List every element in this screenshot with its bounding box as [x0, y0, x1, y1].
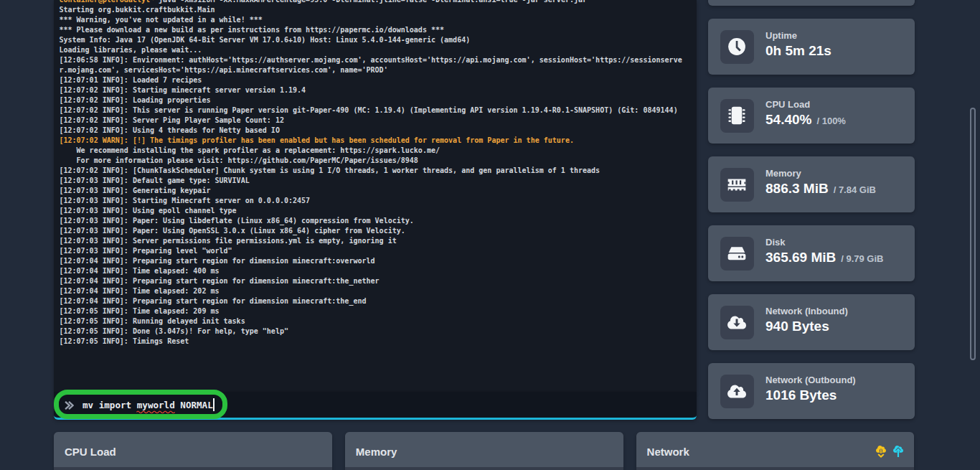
console-line: container@pterodactyl~ java -Xms128M -XX… [59, 0, 682, 5]
stat-value-line: 0h 5m 21s [765, 42, 831, 61]
stat-label: Memory [765, 167, 876, 179]
console-line: [12:07:02 INFO]: Loading properties [59, 95, 682, 105]
stat-label: Uptime [765, 29, 831, 42]
console-line: [12:07:03 INFO]: Starting Minecraft serv… [59, 196, 682, 206]
console-line: [12:07:03 INFO]: Paper: Using OpenSSL 3.… [59, 226, 682, 236]
console-text-segment: [12:07:04 INFO]: Preparing start region … [59, 297, 366, 305]
charts-row: CPU LoadMemoryNetwork [54, 432, 914, 470]
cloud-download-icon [727, 315, 746, 330]
console-line: *** Warning, you've not updated in a whi… [59, 15, 682, 25]
stat-value-line: 1016 Bytes [765, 386, 856, 405]
console-line: [12:07:02 INFO]: Starting minecraft serv… [59, 85, 682, 95]
console-line: [12:07:03 INFO]: Paper: Using libdeflate… [59, 216, 682, 226]
stat-icon-box [720, 30, 754, 64]
console-line: [12:07:01 INFO]: Loaded 7 recipes [59, 75, 682, 85]
console-text-segment: [12:07:02 INFO]: Starting minecraft serv… [59, 86, 306, 94]
chart-card-header: Network [636, 432, 915, 467]
server-console-page: { "console": { "lines": [ {"parts":[{"t"… [0, 0, 980, 470]
console-line: Loading libraries, please wait... [59, 45, 682, 55]
console-line: [12:07:05 INFO]: Timings Reset [59, 337, 682, 347]
console-text-segment: [12:07:03 INFO]: Using epoll channel typ… [59, 207, 236, 215]
console-text-segment: [12:07:02 INFO]: Server Ping Player Samp… [59, 116, 284, 124]
console-text-segment: [12:07:04 INFO]: Time elapsed: 400 ms [59, 267, 219, 275]
stats-sidebar: Uptime0h 5m 21sCPU Load54.40%/ 100%Memor… [708, 0, 915, 432]
memory-icon [727, 179, 746, 191]
console-text-segment: [12:06:58 INFO]: Environment: authHost='… [59, 56, 682, 64]
stat-value: 54.40% [765, 112, 811, 127]
chart-header-icons [876, 446, 903, 458]
console-text-segment: [12:07:03 INFO]: Starting Minecraft serv… [59, 197, 310, 205]
chart-card-header: Memory [345, 432, 623, 467]
console-line: [12:07:03 INFO]: Server permissions file… [59, 236, 682, 246]
stat-text: Network (Outbound)1016 Bytes [765, 374, 856, 405]
stat-secondary: / 9.79 GiB [841, 253, 883, 264]
console-text-segment: [12:07:03 INFO]: Default game type: SURV… [59, 177, 249, 184]
console-text-segment: [12:07:01 INFO]: Loaded 7 recipes [59, 76, 202, 84]
stat-value: 365.69 MiB [765, 250, 836, 265]
stat-label: Network (Outbound) [765, 374, 856, 386]
console-line: [12:07:02 WARN]: [!] The timings profile… [59, 136, 682, 146]
stat-icon-box [720, 168, 754, 202]
console-line: r.mojang.com', servicesHost='https://api… [59, 65, 682, 75]
stat-card-partial [708, 0, 915, 6]
microchip-icon [727, 106, 746, 125]
stat-value-line: 54.40%/ 100% [765, 111, 846, 131]
stat-secondary: / 7.84 GiB [834, 184, 876, 195]
chart-card-memory: Memory [345, 432, 623, 470]
console-text-segment: container@pterodactyl~ [59, 0, 159, 4]
stat-value: 886.3 MiB [765, 181, 829, 196]
stat-card-cpu-load: CPU Load54.40%/ 100% [708, 88, 915, 144]
stat-value-line: 886.3 MiB/ 7.84 GiB [765, 179, 876, 199]
stat-card-memory: Memory886.3 MiB/ 7.84 GiB [708, 156, 915, 212]
console-log: container@pterodactyl~ java -Xms128M -XX… [59, 0, 682, 347]
stat-label: Network (Inbound) [765, 305, 848, 317]
console-line: [12:07:04 INFO]: Time elapsed: 202 ms [59, 286, 682, 296]
stat-card-network-outbound: Network (Outbound)1016 Bytes [708, 363, 915, 419]
stat-icon-box [720, 306, 754, 339]
clock-icon [727, 37, 746, 56]
console-text-segment: System Info: Java 17 (OpenJDK 64-Bit Ser… [59, 36, 470, 44]
console-line: [12:07:03 INFO]: Default game type: SURV… [59, 176, 682, 186]
console-text-segment: *** Warning, you've not updated in a whi… [59, 16, 262, 24]
console-line: We recommend installing the spark profil… [59, 146, 682, 156]
console-line: System Info: Java 17 (OpenJDK 64-Bit Ser… [59, 35, 682, 45]
console-line: [12:07:04 INFO]: Time elapsed: 400 ms [59, 266, 682, 276]
stat-icon-box [720, 375, 754, 408]
stat-card-network-inbound: Network (Inbound)940 Bytes [708, 294, 915, 350]
console-text-segment: [12:07:04 INFO]: Preparing start region … [59, 277, 379, 285]
stat-label: CPU Load [765, 98, 846, 111]
console-text-segment: Starting org.bukkit.craftbukkit.Main [59, 6, 215, 14]
scrollbar-thumb[interactable] [970, 108, 976, 360]
console-text-segment: [12:07:02 INFO]: Loading properties [59, 96, 210, 104]
harddisk-icon [727, 246, 746, 260]
console-line: [12:07:05 INFO]: Running delayed init ta… [59, 316, 682, 326]
console-text-segment: [12:07:05 INFO]: Time elapsed: 209 ms [59, 307, 219, 315]
stat-value: 1016 Bytes [765, 387, 837, 403]
console-line: [12:06:58 INFO]: Environment: authHost='… [59, 55, 682, 65]
console-text-segment: [12:07:03 INFO]: Server permissions file… [59, 237, 396, 245]
console-text-segment: [12:07:02 INFO]: This server is running … [59, 106, 677, 114]
command-input-row[interactable]: mv import myworld NORMAL [54, 392, 697, 420]
console-line: Starting org.bukkit.craftbukkit.Main [59, 5, 682, 15]
console-text-segment: [12:07:03 INFO]: Preparing level "world" [59, 247, 232, 255]
stat-icon-box [720, 237, 754, 271]
console-line: [12:07:02 INFO]: [ChunkTaskScheduler] Ch… [59, 166, 682, 176]
chart-title: Network [647, 446, 689, 458]
console-line: [12:07:02 INFO]: This server is running … [59, 105, 682, 116]
console-text-segment: We recommend installing the spark profil… [59, 146, 440, 154]
console-line: For more information please visit: https… [59, 156, 682, 166]
console-line: [12:07:05 INFO]: Time elapsed: 209 ms [59, 306, 682, 316]
console-text-segment: [12:07:05 INFO]: Done (3.047s)! For help… [59, 327, 288, 335]
spellcheck-squiggle [83, 409, 177, 413]
stat-text: Network (Inbound)940 Bytes [765, 305, 848, 337]
console-line: [12:07:03 INFO]: Using epoll channel typ… [59, 206, 682, 216]
command-text-after: NORMAL [175, 400, 213, 410]
console-text-segment: For more information please visit: https… [59, 156, 418, 164]
stat-value-line: 940 Bytes [765, 317, 848, 337]
console-text-segment: [12:07:02 INFO]: Using 4 threads for Net… [59, 126, 280, 134]
stat-card-disk: Disk365.69 MiB/ 9.79 GiB [708, 225, 915, 281]
console-terminal[interactable]: container@pterodactyl~ java -Xms128M -XX… [54, 0, 697, 392]
stat-value-line: 365.69 MiB/ 9.79 GiB [765, 248, 883, 268]
chart-title: Memory [356, 446, 397, 458]
double-chevron-right-icon [65, 401, 74, 410]
